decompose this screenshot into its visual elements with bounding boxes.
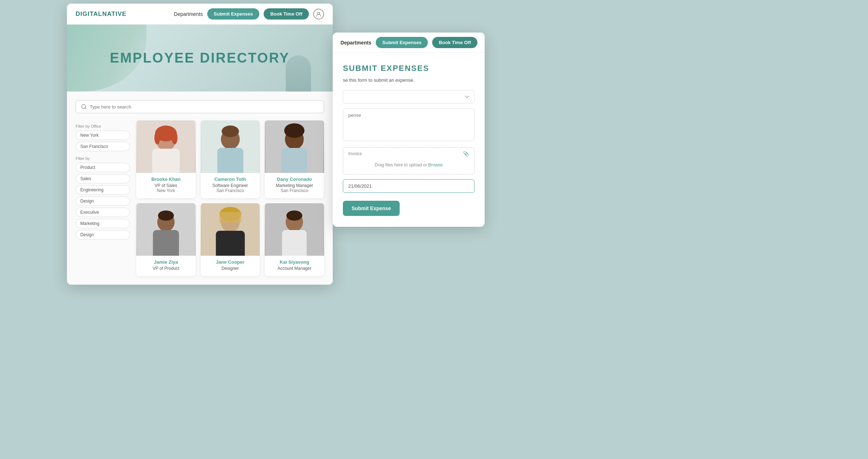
search-bar-container — [76, 100, 324, 113]
svg-rect-19 — [153, 230, 179, 256]
svg-point-29 — [286, 211, 302, 221]
filter-sidebar: Filter by Office New York San Francisco … — [76, 120, 130, 276]
hero-banner: EMPLOYEE DIRECTORY — [67, 25, 333, 92]
filter-design[interactable]: Design — [76, 196, 130, 206]
svg-rect-28 — [282, 230, 307, 256]
filter-design2[interactable]: Design — [76, 230, 130, 239]
employee-role-jamie: VP of Product — [136, 266, 196, 271]
invoice-group: Invoice 📎 Drag files here to upload or B… — [343, 148, 475, 174]
photo-kai — [265, 203, 324, 256]
photo-dany — [265, 120, 324, 173]
photo-jane — [201, 203, 260, 256]
popup-nav-submit-expenses-btn[interactable]: Submit Expenses — [376, 37, 428, 48]
filter-product[interactable]: Product — [76, 163, 130, 172]
photo-brooke — [136, 120, 196, 173]
popup-nav: Departments Submit Expenses Book Time Of… — [333, 33, 485, 53]
submit-expense-btn[interactable]: Submit Expense — [343, 201, 400, 216]
main-content-area: Filter by Office New York San Francisco … — [76, 120, 324, 276]
search-input[interactable] — [90, 104, 319, 110]
filter-sales[interactable]: Sales — [76, 174, 130, 183]
search-icon — [81, 104, 87, 110]
paperclip-icon: 📎 — [463, 151, 469, 157]
filter-san-francisco[interactable]: San Francisco — [76, 142, 130, 151]
employee-card-brooke[interactable]: Brooke Khan VP of Sales New York — [136, 120, 196, 198]
upload-drop-zone[interactable]: Drag files here to upload or Browse — [348, 159, 469, 171]
date-group — [343, 179, 475, 193]
svg-point-7 — [154, 131, 160, 144]
employee-office-dany: San Francisco — [265, 188, 324, 193]
description-group — [343, 109, 475, 143]
main-nav-right: Departments Submit Expenses Book Time Of… — [174, 8, 324, 20]
photo-jamie — [136, 203, 196, 256]
employee-name-jane: Jane Cooper — [201, 259, 260, 265]
directory-body: Filter by Office New York San Francisco … — [67, 92, 333, 285]
main-logo: DIGITALNATIVE — [76, 10, 127, 18]
employee-name-cameron: Cameron Toth — [201, 177, 260, 182]
jane-photo-svg — [201, 203, 260, 256]
employee-role-brooke: VP of Sales — [136, 183, 196, 188]
svg-point-8 — [172, 131, 178, 144]
svg-rect-25 — [219, 212, 241, 223]
employee-office-cameron: San Francisco — [201, 188, 260, 193]
description-textarea[interactable] — [343, 109, 475, 141]
filter-dept-label: Filter by — [76, 156, 130, 161]
employee-role-cameron: Software Engineer — [201, 183, 260, 188]
filter-new-york[interactable]: New York — [76, 131, 130, 140]
popup-nav-departments[interactable]: Departments — [340, 40, 371, 46]
nav-submit-expenses-btn[interactable]: Submit Expenses — [207, 8, 259, 20]
nav-book-time-off-btn[interactable]: Book Time Off — [264, 8, 309, 20]
filter-executive[interactable]: Executive — [76, 208, 130, 217]
svg-rect-15 — [281, 148, 307, 173]
svg-rect-4 — [152, 149, 180, 173]
employee-name-brooke: Brooke Khan — [136, 177, 196, 182]
popup-subtitle: se this form to submit an expense. — [343, 77, 475, 83]
photo-cameron — [201, 120, 260, 173]
upload-label-row: Invoice 📎 — [348, 151, 469, 157]
upload-text: Drag files here to upload or — [375, 162, 427, 167]
employee-name-dany: Dany Coronado — [265, 177, 324, 182]
employee-role-dany: Marketing Manager — [265, 183, 324, 188]
filter-marketing[interactable]: Marketing — [76, 219, 130, 228]
svg-point-0 — [318, 12, 320, 14]
employee-card-kai[interactable]: Kai Siyavong Account Manager — [265, 203, 324, 276]
employee-card-jamie[interactable]: Jamie Ziya VP of Product — [136, 203, 196, 276]
employee-office-brooke: New York — [136, 188, 196, 193]
employee-role-jane: Designer — [201, 266, 260, 271]
svg-rect-11 — [217, 148, 243, 173]
user-svg-icon — [316, 12, 321, 17]
user-icon[interactable] — [313, 9, 324, 20]
main-nav: DIGITALNATIVE Departments Submit Expense… — [67, 4, 333, 25]
jamie-photo-svg — [136, 203, 196, 256]
browse-link[interactable]: Browse — [428, 162, 443, 167]
popup-body: SUBMIT EXPENSES se this form to submit a… — [333, 53, 485, 227]
nav-departments[interactable]: Departments — [174, 11, 203, 17]
category-select[interactable]: Travel Meals Equipment Other — [343, 90, 475, 103]
date-input[interactable] — [343, 179, 475, 193]
employee-name-jamie: Jamie Ziya — [136, 259, 196, 265]
employee-name-kai: Kai Siyavong — [265, 259, 324, 265]
hero-title: EMPLOYEE DIRECTORY — [110, 50, 290, 66]
svg-point-12 — [221, 126, 239, 137]
brooke-photo-svg — [136, 120, 196, 173]
main-window: DIGITALNATIVE Departments Submit Expense… — [67, 4, 333, 285]
employee-role-kai: Account Manager — [265, 266, 324, 271]
popup-window: Departments Submit Expenses Book Time Of… — [333, 33, 485, 227]
popup-nav-book-time-off-btn[interactable]: Book Time Off — [432, 37, 477, 48]
filter-engineering[interactable]: Engineering — [76, 185, 130, 195]
dany-photo-svg — [265, 120, 324, 173]
employee-card-dany[interactable]: Dany Coronado Marketing Manager San Fran… — [265, 120, 324, 198]
cameron-photo-svg — [201, 120, 260, 173]
category-group: Travel Meals Equipment Other — [343, 90, 475, 103]
svg-point-16 — [284, 123, 305, 138]
invoice-label: Invoice — [348, 151, 362, 156]
upload-area: Invoice 📎 Drag files here to upload or B… — [343, 148, 475, 174]
svg-point-20 — [158, 211, 174, 221]
filter-office-label: Filter by Office — [76, 124, 130, 128]
employee-card-jane[interactable]: Jane Cooper Designer — [201, 203, 260, 276]
kai-photo-svg — [265, 203, 324, 256]
employee-grid: Brooke Khan VP of Sales New York — [136, 120, 324, 276]
employee-card-cameron[interactable]: Cameron Toth Software Engineer San Franc… — [201, 120, 260, 198]
popup-title: SUBMIT EXPENSES — [343, 64, 475, 73]
svg-rect-23 — [216, 231, 244, 256]
